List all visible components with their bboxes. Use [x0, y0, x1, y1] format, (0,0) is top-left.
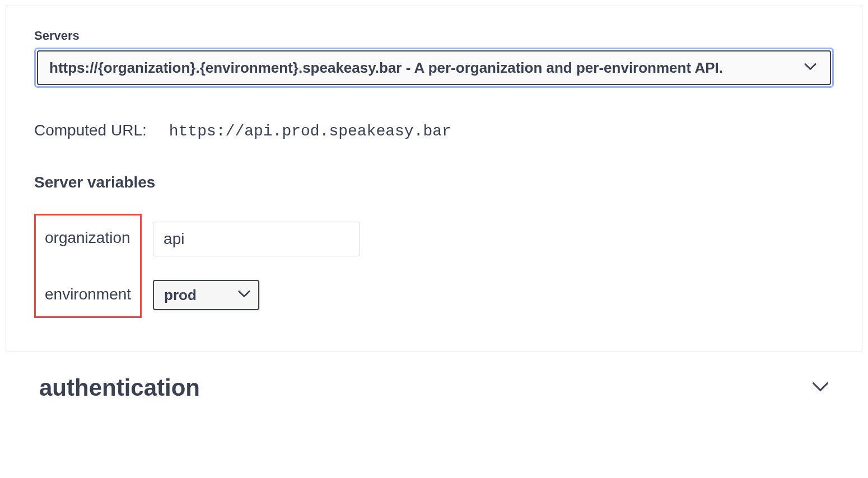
variable-label-environment: environment [45, 285, 131, 303]
section-title-authentication: authentication [39, 374, 200, 401]
environment-select[interactable]: prod [153, 280, 259, 310]
server-select-wrapper: https://{organization}.{environment}.spe… [34, 48, 834, 88]
computed-url-row: Computed URL: https://api.prod.speakeasy… [34, 121, 834, 140]
server-select[interactable]: https://{organization}.{environment}.spe… [37, 50, 831, 85]
authentication-section-header[interactable]: authentication [0, 358, 868, 418]
servers-panel: Servers https://{organization}.{environm… [6, 6, 862, 352]
computed-url-value: https://api.prod.speakeasy.bar [169, 123, 451, 140]
environment-select-wrapper: prod [153, 280, 259, 310]
variable-inputs-column: prod [153, 214, 360, 318]
variable-labels-highlight-box: organization environment [34, 214, 142, 318]
chevron-down-icon [812, 382, 829, 394]
server-variables-heading: Server variables [34, 174, 834, 191]
organization-input[interactable] [153, 222, 360, 256]
variable-label-organization: organization [45, 229, 131, 247]
server-variables-area: organization environment prod [34, 214, 834, 318]
computed-url-label: Computed URL: [34, 121, 147, 139]
servers-label: Servers [34, 29, 834, 43]
